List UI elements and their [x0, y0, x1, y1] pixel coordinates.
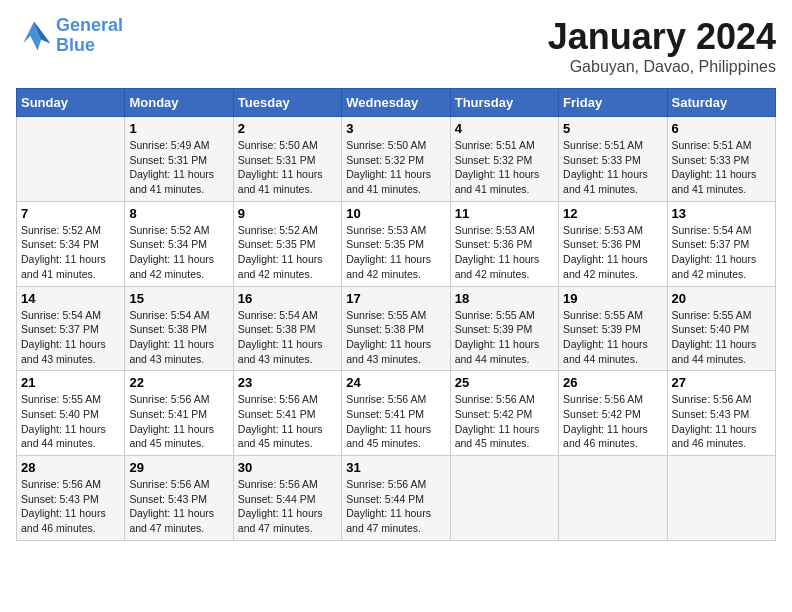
- calendar-cell: 30Sunrise: 5:56 AM Sunset: 5:44 PM Dayli…: [233, 456, 341, 541]
- day-number: 26: [563, 375, 662, 390]
- calendar-header-row: SundayMondayTuesdayWednesdayThursdayFrid…: [17, 89, 776, 117]
- day-info: Sunrise: 5:56 AM Sunset: 5:43 PM Dayligh…: [21, 477, 120, 536]
- header-friday: Friday: [559, 89, 667, 117]
- day-info: Sunrise: 5:52 AM Sunset: 5:34 PM Dayligh…: [21, 223, 120, 282]
- day-number: 31: [346, 460, 445, 475]
- day-info: Sunrise: 5:55 AM Sunset: 5:40 PM Dayligh…: [21, 392, 120, 451]
- header-monday: Monday: [125, 89, 233, 117]
- day-number: 13: [672, 206, 771, 221]
- day-number: 24: [346, 375, 445, 390]
- calendar-cell: 8Sunrise: 5:52 AM Sunset: 5:34 PM Daylig…: [125, 201, 233, 286]
- day-number: 8: [129, 206, 228, 221]
- calendar-cell: [559, 456, 667, 541]
- day-number: 29: [129, 460, 228, 475]
- calendar-week-row: 1Sunrise: 5:49 AM Sunset: 5:31 PM Daylig…: [17, 117, 776, 202]
- calendar-cell: 9Sunrise: 5:52 AM Sunset: 5:35 PM Daylig…: [233, 201, 341, 286]
- calendar-cell: 13Sunrise: 5:54 AM Sunset: 5:37 PM Dayli…: [667, 201, 775, 286]
- calendar-cell: 31Sunrise: 5:56 AM Sunset: 5:44 PM Dayli…: [342, 456, 450, 541]
- calendar-cell: 23Sunrise: 5:56 AM Sunset: 5:41 PM Dayli…: [233, 371, 341, 456]
- day-info: Sunrise: 5:55 AM Sunset: 5:40 PM Dayligh…: [672, 308, 771, 367]
- day-info: Sunrise: 5:56 AM Sunset: 5:41 PM Dayligh…: [129, 392, 228, 451]
- logo-text: General Blue: [56, 16, 123, 56]
- month-title: January 2024: [548, 16, 776, 58]
- day-number: 17: [346, 291, 445, 306]
- day-info: Sunrise: 5:54 AM Sunset: 5:37 PM Dayligh…: [21, 308, 120, 367]
- day-number: 23: [238, 375, 337, 390]
- calendar-cell: 10Sunrise: 5:53 AM Sunset: 5:35 PM Dayli…: [342, 201, 450, 286]
- calendar-cell: 4Sunrise: 5:51 AM Sunset: 5:32 PM Daylig…: [450, 117, 558, 202]
- calendar-week-row: 14Sunrise: 5:54 AM Sunset: 5:37 PM Dayli…: [17, 286, 776, 371]
- calendar-cell: 29Sunrise: 5:56 AM Sunset: 5:43 PM Dayli…: [125, 456, 233, 541]
- header-sunday: Sunday: [17, 89, 125, 117]
- logo-bird-icon: [16, 18, 52, 54]
- calendar-cell: 20Sunrise: 5:55 AM Sunset: 5:40 PM Dayli…: [667, 286, 775, 371]
- day-info: Sunrise: 5:53 AM Sunset: 5:36 PM Dayligh…: [455, 223, 554, 282]
- day-number: 9: [238, 206, 337, 221]
- calendar-cell: 21Sunrise: 5:55 AM Sunset: 5:40 PM Dayli…: [17, 371, 125, 456]
- calendar-cell: 26Sunrise: 5:56 AM Sunset: 5:42 PM Dayli…: [559, 371, 667, 456]
- day-number: 21: [21, 375, 120, 390]
- day-info: Sunrise: 5:54 AM Sunset: 5:37 PM Dayligh…: [672, 223, 771, 282]
- day-info: Sunrise: 5:56 AM Sunset: 5:43 PM Dayligh…: [672, 392, 771, 451]
- day-number: 18: [455, 291, 554, 306]
- day-info: Sunrise: 5:55 AM Sunset: 5:38 PM Dayligh…: [346, 308, 445, 367]
- calendar-table: SundayMondayTuesdayWednesdayThursdayFrid…: [16, 88, 776, 541]
- calendar-cell: 22Sunrise: 5:56 AM Sunset: 5:41 PM Dayli…: [125, 371, 233, 456]
- calendar-cell: 15Sunrise: 5:54 AM Sunset: 5:38 PM Dayli…: [125, 286, 233, 371]
- day-number: 2: [238, 121, 337, 136]
- calendar-cell: 1Sunrise: 5:49 AM Sunset: 5:31 PM Daylig…: [125, 117, 233, 202]
- day-number: 22: [129, 375, 228, 390]
- calendar-cell: 7Sunrise: 5:52 AM Sunset: 5:34 PM Daylig…: [17, 201, 125, 286]
- day-number: 7: [21, 206, 120, 221]
- calendar-week-row: 21Sunrise: 5:55 AM Sunset: 5:40 PM Dayli…: [17, 371, 776, 456]
- calendar-cell: 19Sunrise: 5:55 AM Sunset: 5:39 PM Dayli…: [559, 286, 667, 371]
- day-info: Sunrise: 5:50 AM Sunset: 5:31 PM Dayligh…: [238, 138, 337, 197]
- calendar-cell: 12Sunrise: 5:53 AM Sunset: 5:36 PM Dayli…: [559, 201, 667, 286]
- day-info: Sunrise: 5:56 AM Sunset: 5:42 PM Dayligh…: [455, 392, 554, 451]
- calendar-cell: 11Sunrise: 5:53 AM Sunset: 5:36 PM Dayli…: [450, 201, 558, 286]
- day-number: 15: [129, 291, 228, 306]
- day-number: 6: [672, 121, 771, 136]
- day-info: Sunrise: 5:53 AM Sunset: 5:36 PM Dayligh…: [563, 223, 662, 282]
- calendar-cell: 5Sunrise: 5:51 AM Sunset: 5:33 PM Daylig…: [559, 117, 667, 202]
- day-number: 10: [346, 206, 445, 221]
- day-number: 14: [21, 291, 120, 306]
- calendar-cell: 27Sunrise: 5:56 AM Sunset: 5:43 PM Dayli…: [667, 371, 775, 456]
- calendar-cell: 6Sunrise: 5:51 AM Sunset: 5:33 PM Daylig…: [667, 117, 775, 202]
- day-info: Sunrise: 5:56 AM Sunset: 5:44 PM Dayligh…: [238, 477, 337, 536]
- calendar-cell: 25Sunrise: 5:56 AM Sunset: 5:42 PM Dayli…: [450, 371, 558, 456]
- calendar-cell: 3Sunrise: 5:50 AM Sunset: 5:32 PM Daylig…: [342, 117, 450, 202]
- day-number: 5: [563, 121, 662, 136]
- day-info: Sunrise: 5:55 AM Sunset: 5:39 PM Dayligh…: [455, 308, 554, 367]
- day-info: Sunrise: 5:53 AM Sunset: 5:35 PM Dayligh…: [346, 223, 445, 282]
- calendar-week-row: 28Sunrise: 5:56 AM Sunset: 5:43 PM Dayli…: [17, 456, 776, 541]
- day-info: Sunrise: 5:51 AM Sunset: 5:33 PM Dayligh…: [563, 138, 662, 197]
- day-info: Sunrise: 5:56 AM Sunset: 5:41 PM Dayligh…: [238, 392, 337, 451]
- day-number: 27: [672, 375, 771, 390]
- header-saturday: Saturday: [667, 89, 775, 117]
- calendar-cell: [17, 117, 125, 202]
- day-info: Sunrise: 5:52 AM Sunset: 5:34 PM Dayligh…: [129, 223, 228, 282]
- day-info: Sunrise: 5:54 AM Sunset: 5:38 PM Dayligh…: [238, 308, 337, 367]
- location-subtitle: Gabuyan, Davao, Philippines: [548, 58, 776, 76]
- day-number: 3: [346, 121, 445, 136]
- calendar-cell: 2Sunrise: 5:50 AM Sunset: 5:31 PM Daylig…: [233, 117, 341, 202]
- calendar-cell: 24Sunrise: 5:56 AM Sunset: 5:41 PM Dayli…: [342, 371, 450, 456]
- day-info: Sunrise: 5:50 AM Sunset: 5:32 PM Dayligh…: [346, 138, 445, 197]
- day-info: Sunrise: 5:56 AM Sunset: 5:43 PM Dayligh…: [129, 477, 228, 536]
- day-info: Sunrise: 5:55 AM Sunset: 5:39 PM Dayligh…: [563, 308, 662, 367]
- calendar-cell: 28Sunrise: 5:56 AM Sunset: 5:43 PM Dayli…: [17, 456, 125, 541]
- day-info: Sunrise: 5:56 AM Sunset: 5:44 PM Dayligh…: [346, 477, 445, 536]
- day-number: 11: [455, 206, 554, 221]
- calendar-cell: [667, 456, 775, 541]
- day-number: 30: [238, 460, 337, 475]
- header-wednesday: Wednesday: [342, 89, 450, 117]
- page-header: General Blue January 2024 Gabuyan, Davao…: [16, 16, 776, 76]
- day-info: Sunrise: 5:51 AM Sunset: 5:32 PM Dayligh…: [455, 138, 554, 197]
- header-tuesday: Tuesday: [233, 89, 341, 117]
- day-info: Sunrise: 5:56 AM Sunset: 5:41 PM Dayligh…: [346, 392, 445, 451]
- title-block: January 2024 Gabuyan, Davao, Philippines: [548, 16, 776, 76]
- calendar-cell: 17Sunrise: 5:55 AM Sunset: 5:38 PM Dayli…: [342, 286, 450, 371]
- day-number: 19: [563, 291, 662, 306]
- day-info: Sunrise: 5:51 AM Sunset: 5:33 PM Dayligh…: [672, 138, 771, 197]
